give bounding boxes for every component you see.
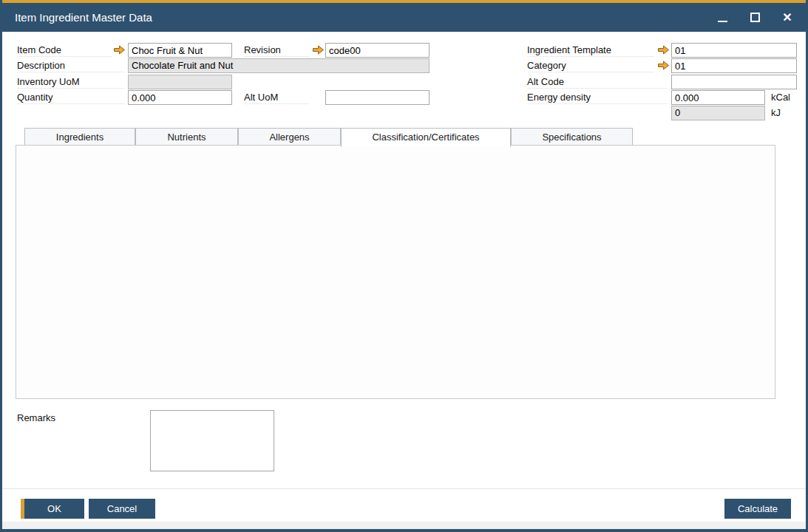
revision-input[interactable] [325, 43, 430, 58]
link-arrow-icon[interactable] [657, 61, 670, 70]
remarks-label: Remarks [17, 411, 106, 425]
tab-nutrients[interactable]: Nutrients [135, 128, 238, 146]
revision-label: Revision [244, 43, 309, 57]
status-strip [2, 522, 806, 529]
category-input[interactable] [671, 58, 797, 73]
link-arrow-icon[interactable] [312, 45, 325, 55]
inventory-uom-label: Inventory UoM [17, 75, 124, 89]
calculate-button[interactable]: Calculate [724, 499, 791, 519]
window-title: Item Ingredient Master Data [15, 11, 152, 24]
alt-uom-input[interactable] [325, 90, 430, 105]
minimize-button[interactable] [714, 10, 730, 26]
ingredient-template-input[interactable] [671, 43, 797, 58]
energy-density-input[interactable] [671, 90, 765, 105]
inventory-uom-field [128, 75, 232, 89]
alt-code-label: Alt Code [527, 75, 668, 89]
kcal-unit-label: kCal [771, 90, 790, 104]
maximize-icon [750, 13, 760, 22]
kj-unit-label: kJ [771, 106, 781, 120]
link-arrow-icon[interactable] [113, 45, 126, 55]
tab-allergens[interactable]: Allergens [238, 128, 341, 146]
ingredient-template-label: Ingredient Template [527, 43, 654, 57]
close-icon: ✕ [782, 12, 792, 24]
link-arrow-icon[interactable] [657, 45, 670, 55]
energy-kj-field: 0 [671, 106, 765, 120]
close-button[interactable]: ✕ [779, 10, 795, 26]
minimize-icon [718, 21, 727, 22]
energy-density-label: Energy density [527, 90, 668, 104]
tab-classification-certificates[interactable]: Classification/Certificates [341, 128, 511, 147]
remarks-textarea[interactable] [150, 410, 274, 471]
item-ingredient-master-data-window: Item Ingredient Master Data ✕ Item Code … [0, 0, 808, 532]
description-label: Description [17, 58, 124, 72]
item-code-input[interactable] [128, 43, 232, 58]
quantity-input[interactable] [128, 90, 232, 105]
window-bottom-border [2, 529, 806, 532]
alt-uom-label: Alt UoM [244, 90, 309, 104]
tab-ingredients[interactable]: Ingredients [24, 128, 135, 146]
description-field: Chocolate Fruit and Nut [128, 58, 430, 73]
quantity-label: Quantity [17, 90, 124, 104]
item-code-label: Item Code [17, 43, 112, 57]
maximize-button[interactable] [747, 10, 763, 26]
tab-specifications[interactable]: Specifications [511, 128, 633, 146]
titlebar[interactable]: Item Ingredient Master Data ✕ [2, 3, 806, 32]
alt-code-input[interactable] [671, 75, 797, 89]
footer-divider [2, 488, 806, 489]
classification-tab-panel [16, 145, 775, 399]
cancel-button[interactable]: Cancel [89, 499, 155, 519]
ok-button[interactable]: OK [21, 499, 84, 519]
category-label: Category [527, 58, 654, 72]
